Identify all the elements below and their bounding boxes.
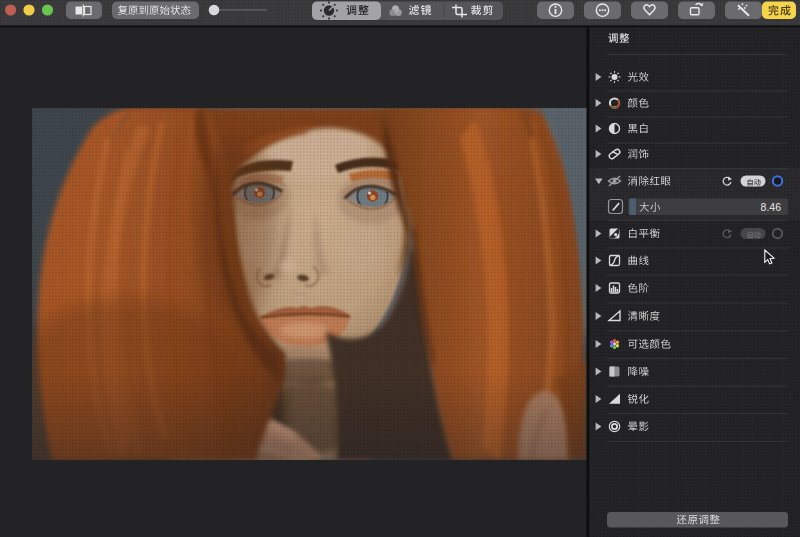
- svg-text:8.46: 8.46: [761, 201, 782, 213]
